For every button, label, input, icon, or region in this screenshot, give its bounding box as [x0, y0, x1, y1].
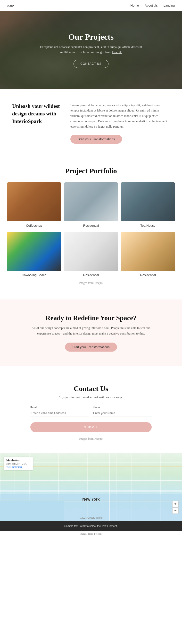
map-zoom-in[interactable]: + — [172, 500, 179, 507]
email-group: Email — [30, 406, 89, 417]
list-item[interactable]: Coffeeshop — [7, 182, 61, 228]
list-item[interactable]: Tea House — [121, 182, 175, 228]
residential3-caption: Residential — [121, 271, 175, 278]
footer-text: Sample text. Click to select the Text El… — [64, 524, 118, 527]
footer-freepik-link[interactable]: Freepik — [94, 532, 102, 535]
intro-cta-button[interactable]: Start your Transformations — [70, 135, 122, 144]
map-city-label: New York — [82, 497, 99, 502]
hero-description: Excepteur sint occaecat cupidatat non pr… — [40, 44, 142, 55]
redefine-title: Ready to Redefine Your Space? — [14, 314, 168, 322]
list-item[interactable]: Residential — [64, 182, 118, 228]
footer-freepik: Images from Freepik — [0, 531, 182, 537]
hero-section: Our Projects Excepteur sint occaecat cup… — [0, 11, 182, 89]
map-google-logo: ©2024 Google Terms — [80, 516, 102, 519]
nav-links: Home About Us Landing — [131, 4, 175, 7]
map-section: Manhattan New York, NY, USA View larger … — [0, 453, 182, 521]
coffeeshop-image — [7, 182, 61, 221]
contact-form: Email Name SUBMIT — [30, 406, 152, 432]
teahouse-image — [121, 182, 175, 221]
list-item[interactable]: Residential — [64, 232, 118, 278]
map-info-box: Manhattan New York, NY, USA View larger … — [4, 457, 33, 470]
map-zoom-controls: + − — [172, 500, 179, 514]
contact-us-button[interactable]: CONTACT US — [74, 60, 109, 68]
name-group: Name — [93, 406, 152, 417]
nav-landing[interactable]: Landing — [164, 4, 175, 7]
contact-freepik-link[interactable]: Freepik — [94, 437, 103, 440]
map-address: New York, NY, USA — [6, 462, 31, 465]
list-item[interactable]: Residential — [121, 232, 175, 278]
form-row: Email Name — [30, 406, 152, 417]
hero-content: Our Projects Excepteur sint occaecat cup… — [40, 32, 142, 68]
map-zoom-out[interactable]: − — [172, 508, 179, 514]
residential3-image — [121, 232, 175, 271]
residential1-image — [64, 182, 118, 221]
teahouse-caption: Tea House — [121, 221, 175, 228]
email-label: Email — [30, 406, 89, 409]
hero-freepik-link[interactable]: Freepik — [112, 50, 122, 54]
nav-home[interactable]: Home — [131, 4, 139, 7]
map-city-name: Manhattan — [6, 459, 31, 462]
portfolio-title: Project Portfolio — [7, 167, 175, 175]
contact-section: Contact Us Any questions or remarks? Jus… — [0, 371, 182, 453]
hero-title: Our Projects — [40, 32, 142, 42]
navbar: logo Home About Us Landing — [0, 0, 182, 11]
intro-body: Lorem ipsum dolor sit amet, consectetur … — [70, 102, 170, 129]
portfolio-section: Project Portfolio Coffeeshop Residential… — [0, 157, 182, 294]
redefine-body: All of our design concepts are aimed at … — [30, 325, 152, 336]
coworking-image — [7, 232, 61, 271]
contact-freepik-note: Images from Freepik — [14, 437, 168, 441]
portfolio-freepik-link[interactable]: Freepik — [94, 281, 103, 285]
contact-title: Contact Us — [14, 384, 168, 393]
name-label: Name — [93, 406, 152, 409]
map-view-larger[interactable]: View larger map — [6, 466, 31, 468]
intro-heading-block: Unleash your wildest design dreams with … — [12, 102, 61, 125]
portfolio-grid: Coffeeshop Residential Tea House Coworki… — [7, 182, 175, 278]
intro-heading: Unleash your wildest design dreams with … — [12, 102, 61, 125]
footer: Sample text. Click to select the Text El… — [0, 521, 182, 531]
email-field[interactable] — [30, 410, 89, 417]
intro-body-block: Lorem ipsum dolor sit amet, consectetur … — [70, 102, 170, 144]
submit-button[interactable]: SUBMIT — [30, 422, 152, 432]
nav-about[interactable]: About Us — [145, 4, 158, 7]
name-field[interactable] — [93, 410, 152, 417]
portfolio-freepik-note: Images from Freepik — [7, 281, 175, 285]
residential2-image — [64, 232, 118, 271]
intro-section: Unleash your wildest design dreams with … — [0, 89, 182, 157]
contact-subtitle: Any questions or remarks? Just write us … — [14, 395, 168, 399]
redefine-cta-button[interactable]: Start your Transformations — [65, 342, 117, 352]
residential1-caption: Residential — [64, 221, 118, 228]
coffeeshop-caption: Coffeeshop — [7, 221, 61, 228]
logo: logo — [7, 4, 14, 8]
list-item[interactable]: Coworking Space — [7, 232, 61, 278]
redefine-section: Ready to Redefine Your Space? All of our… — [0, 300, 182, 366]
residential2-caption: Residential — [64, 271, 118, 278]
coworking-caption: Coworking Space — [7, 271, 61, 278]
